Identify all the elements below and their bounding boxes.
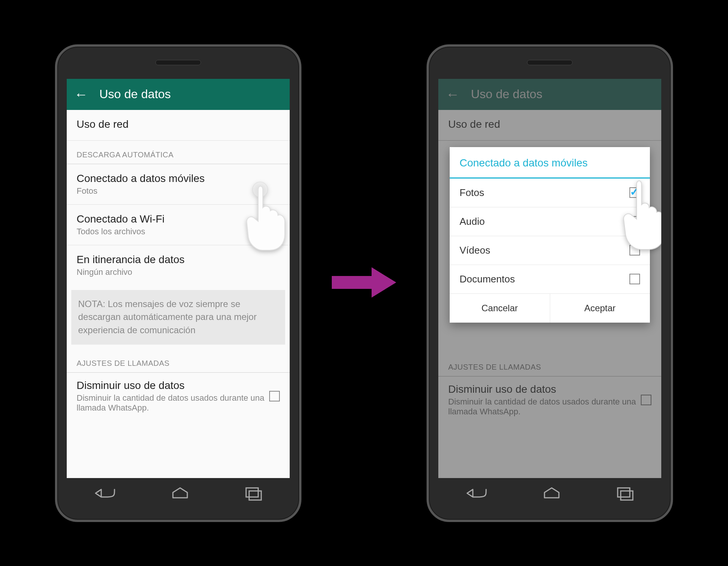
back-arrow-icon[interactable]: ← bbox=[446, 88, 460, 101]
back-arrow-icon[interactable]: ← bbox=[74, 88, 88, 101]
phone-right: ← Uso de datos Uso de red AJUSTES DE LLA… bbox=[427, 44, 673, 522]
svg-rect-0 bbox=[246, 488, 258, 497]
pointer-hand-icon bbox=[620, 177, 661, 255]
list-item-network-usage[interactable]: Uso de red bbox=[438, 110, 661, 141]
screen-right: ← Uso de datos Uso de red AJUSTES DE LLA… bbox=[438, 79, 661, 478]
dialog-option-label: Audio bbox=[460, 216, 485, 227]
screen-left: ← Uso de datos Uso de red DESCARGA AUTOM… bbox=[67, 79, 290, 478]
phone-speaker bbox=[527, 60, 573, 65]
accept-button[interactable]: Aceptar bbox=[550, 294, 650, 323]
app-bar-title: Uso de datos bbox=[99, 87, 171, 101]
settings-content: Uso de red DESCARGA AUTOMÁTICA Conectado… bbox=[67, 110, 290, 478]
item-title: Disminuir uso de datos bbox=[448, 383, 641, 395]
svg-rect-3 bbox=[618, 488, 630, 497]
nav-back-icon[interactable] bbox=[94, 486, 116, 502]
cancel-button[interactable]: Cancelar bbox=[450, 294, 550, 323]
section-header-call-settings: AJUSTES DE LLAMADAS bbox=[67, 349, 290, 373]
dialog-option-documentos[interactable]: Documentos bbox=[450, 265, 650, 294]
phone-speaker bbox=[155, 60, 201, 65]
note-box: NOTA: Los mensajes de voz siempre se des… bbox=[71, 290, 285, 345]
item-subtitle: Disminuir la cantidad de datos usados du… bbox=[77, 393, 269, 413]
section-header-auto-download: DESCARGA AUTOMÁTICA bbox=[67, 141, 290, 164]
item-title: Uso de red bbox=[77, 118, 280, 130]
phone-left: ← Uso de datos Uso de red DESCARGA AUTOM… bbox=[55, 44, 301, 522]
checkbox-reduce-data[interactable] bbox=[641, 395, 651, 405]
dialog-option-label: Fotos bbox=[460, 187, 484, 199]
app-bar-title: Uso de datos bbox=[471, 87, 543, 101]
dialog-option-label: Documentos bbox=[460, 273, 515, 285]
arrow-right-icon bbox=[332, 265, 396, 301]
svg-rect-1 bbox=[249, 491, 261, 500]
item-title: Uso de red bbox=[448, 118, 651, 130]
nav-home-icon[interactable] bbox=[542, 486, 561, 502]
app-bar: ← Uso de datos bbox=[67, 79, 290, 110]
list-item-reduce-data[interactable]: Disminuir uso de datos Disminuir la cant… bbox=[67, 373, 290, 415]
app-bar: ← Uso de datos bbox=[438, 79, 661, 110]
dialog-option-label: Vídeos bbox=[460, 245, 490, 256]
svg-rect-4 bbox=[621, 491, 633, 500]
list-item-reduce-data[interactable]: Disminuir uso de datos Disminuir la cant… bbox=[438, 376, 661, 419]
list-item-network-usage[interactable]: Uso de red bbox=[67, 110, 290, 141]
nav-recent-icon[interactable] bbox=[244, 486, 263, 502]
dialog-title: Conectado a datos móviles bbox=[450, 147, 650, 179]
nav-back-icon[interactable] bbox=[465, 486, 488, 502]
nav-home-icon[interactable] bbox=[171, 486, 190, 502]
item-subtitle: Ningún archivo bbox=[77, 267, 280, 277]
item-title: Disminuir uso de datos bbox=[77, 379, 269, 392]
nav-recent-icon[interactable] bbox=[615, 486, 634, 502]
item-subtitle: Disminuir la cantidad de datos usados du… bbox=[448, 397, 641, 417]
dialog-buttons: Cancelar Aceptar bbox=[450, 294, 650, 323]
checkbox-reduce-data[interactable] bbox=[269, 391, 280, 401]
section-header-call-settings: AJUSTES DE LLAMADAS bbox=[438, 353, 661, 376]
android-nav-bar bbox=[67, 478, 290, 510]
android-nav-bar bbox=[438, 478, 661, 510]
checkbox-documentos[interactable] bbox=[629, 274, 640, 284]
pointer-hand-icon bbox=[243, 181, 292, 255]
item-title: En itinerancia de datos bbox=[77, 254, 280, 266]
